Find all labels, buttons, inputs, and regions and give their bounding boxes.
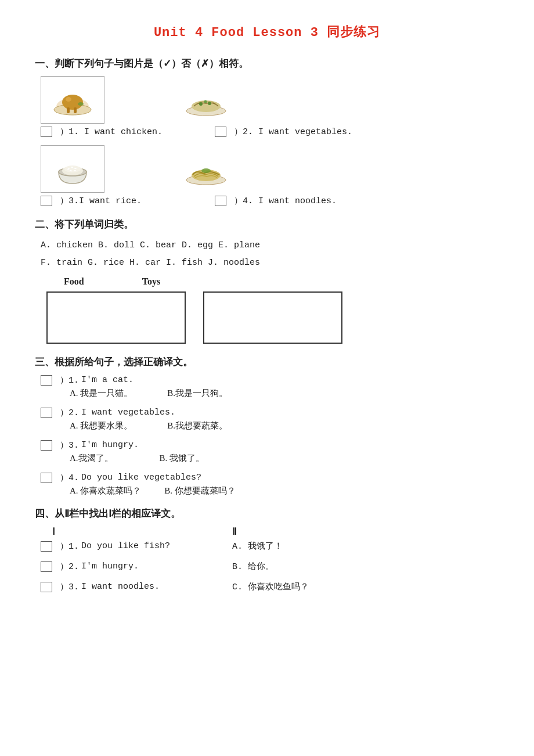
match-left-1: ）1. Do you like fish? [41,541,226,552]
q2-options: A. 我想要水果。 B.我想要蔬菜。 [70,420,499,431]
section1-labels-row1: ）1. I want chicken. ）2. I want vegetable… [41,126,499,137]
svg-point-2 [62,95,83,110]
match-row-3: ）3. I want noodles. C. 你喜欢吃鱼吗？ [41,581,499,592]
item2-text: ）2. I want vegetables. [229,126,352,137]
item3-label: ）3.I want rice. [41,195,215,206]
blank-q3 [41,440,52,451]
blank3 [41,196,52,206]
section3-q2: ）2. I want vegetables. A. 我想要水果。 B.我想要蔬菜… [41,407,499,431]
blank-q1 [41,375,52,386]
q1-optA: A. 我是一只猫。 [70,388,132,399]
item2-label: ）2. I want vegetables. [215,126,352,137]
blank1 [41,127,52,137]
section3-q4-line: ）4. Do you like vegetables? [41,472,499,483]
section1-header: 一、判断下列句子与图片是（✓）否（✗）相符。 [35,57,499,70]
item1-text: ）1. I want chicken. [55,126,163,137]
section2-words-row1: A. chicken B. doll C. bear D. egg E. pla… [41,237,499,254]
match-row-2: ）2. I'm hungry. B. 给你。 [41,561,499,572]
q4-text: ）4. [55,472,79,483]
m3-left: I want noodles. [81,582,160,592]
section2-header: 二、将下列单词归类。 [35,218,499,231]
blank-q4 [41,473,52,483]
rice-icon [50,152,95,186]
category-food-label: Food [64,276,84,287]
vegetables-icon [183,84,229,116]
svg-rect-4 [74,107,77,113]
q2-optB: B.我想要蔬菜。 [167,420,228,431]
m1-left: Do you like fish? [81,541,170,551]
q1-optB: B.我是一只狗。 [167,388,228,399]
q1-options: A. 我是一只猫。 B.我是一只狗。 [70,388,499,399]
svg-rect-3 [67,107,70,113]
section4-header: 四、从Ⅱ栏中找出Ⅰ栏的相应译文。 [35,507,499,520]
match-left-2: ）2. I'm hungry. [41,561,226,572]
svg-point-5 [66,97,71,102]
page-title: Unit 4 Food Lesson 3 同步练习 [35,23,499,41]
q4-optA: A. 你喜欢蔬菜吗？ [70,485,141,496]
q1-text: ）1. [55,375,79,386]
match-right-3: C. 你喜欢吃鱼吗？ [226,581,400,592]
category-toys-label: Toys [142,276,160,287]
section3-q1: ）1. I'm a cat. A. 我是一只猫。 B.我是一只狗。 [41,375,499,399]
match-right-2: B. 给你。 [226,561,400,572]
q4-options: A. 你喜欢蔬菜吗？ B. 你想要蔬菜吗？ [70,485,499,496]
svg-point-14 [64,165,81,172]
blank-m1 [41,541,52,552]
section3-q1-line: ）1. I'm a cat. [41,375,499,386]
q3-optA: A.我渴了。 [70,453,113,464]
q2-sentence: I want vegetables. [81,408,175,417]
match-left-3: ）3. I want noodles. [41,581,226,592]
item3-text: ）3.I want rice. [55,195,142,206]
match-right-1: A. 我饿了！ [226,541,400,552]
svg-point-22 [201,168,211,173]
vegetables-image-box [174,76,238,124]
category-boxes-container [46,291,499,344]
q4-sentence: Do you like vegetables? [81,473,201,483]
section4-content: Ⅰ Ⅱ ）1. Do you like fish? A. 我饿了！ ）2. I'… [41,526,499,592]
section4-col-headers: Ⅰ Ⅱ [41,526,499,537]
blank-m2 [41,561,52,572]
q3-text: ）3. [55,440,79,451]
item4-label: ）4. I want noodles. [215,195,337,206]
col2-header: Ⅱ [226,526,400,537]
q1-sentence: I'm a cat. [81,375,134,385]
section3-q3: ）3. I'm hungry. A.我渴了。 B. 我饿了。 [41,440,499,464]
section3-q2-line: ）2. I want vegetables. [41,407,499,418]
svg-point-6 [78,102,84,106]
q3-optB: B. 我饿了。 [160,453,205,464]
blank4 [215,196,226,206]
food-category-box [46,291,186,344]
noodles-icon [183,153,229,185]
q2-text: ）2. [55,407,79,418]
toys-category-box [203,291,342,344]
chicken-icon [49,82,96,118]
svg-point-9 [199,102,203,106]
q2-optA: A. 我想要水果。 [70,420,132,431]
blank-q2 [41,408,52,418]
m1-text: ）1. [55,541,79,552]
category-labels: Food Toys [64,276,499,287]
match-row-1: ）1. Do you like fish? A. 我饿了！ [41,541,499,552]
col1-header: Ⅰ [41,526,226,537]
chicken-image-box [41,76,104,124]
m3-text: ）3. [55,581,79,592]
svg-point-10 [208,102,211,105]
svg-point-11 [204,100,207,103]
section2-words-row2: F. train G. rice H. car I. fish J. noodl… [41,254,499,272]
q3-sentence: I'm hungry. [81,440,139,450]
section3-q3-line: ）3. I'm hungry. [41,440,499,451]
rice-image-box [41,145,104,193]
section1-labels-row2: ）3.I want rice. ）4. I want noodles. [41,195,499,206]
section3-q4: ）4. Do you like vegetables? A. 你喜欢蔬菜吗？ B… [41,472,499,496]
blank-m3 [41,582,52,592]
section3-questions: ）1. I'm a cat. A. 我是一只猫。 B.我是一只狗。 ）2. I … [41,375,499,496]
section3-header: 三、根据所给句子，选择正确译文。 [35,355,499,369]
noodles-image-box [174,145,238,193]
q3-options: A.我渴了。 B. 我饿了。 [70,453,499,464]
q4-optB: B. 你想要蔬菜吗？ [164,485,236,496]
item1-label: ）1. I want chicken. [41,126,215,137]
m2-left: I'm hungry. [81,561,139,571]
blank2 [215,127,226,137]
m2-text: ）2. [55,561,79,572]
item4-text: ）4. I want noodles. [229,195,337,206]
